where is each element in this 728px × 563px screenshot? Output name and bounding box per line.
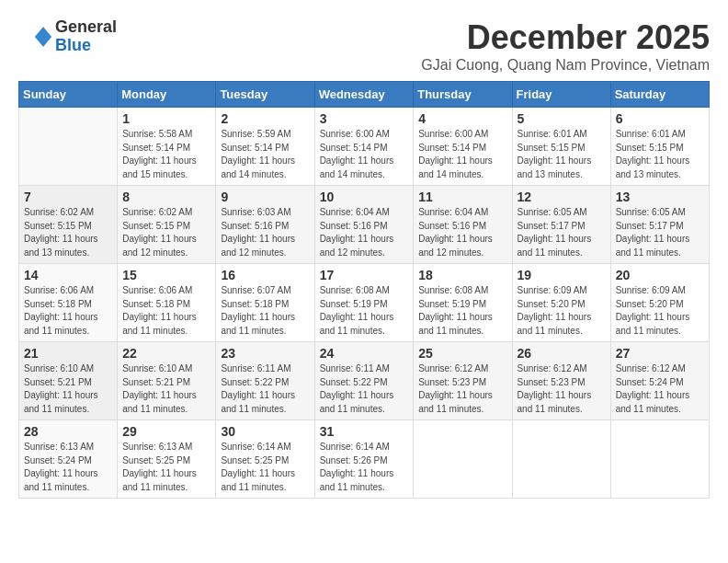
calendar-cell: 11Sunrise: 6:04 AM Sunset: 5:16 PM Dayli…	[414, 186, 512, 264]
calendar-cell: 29Sunrise: 6:13 AM Sunset: 5:25 PM Dayli…	[118, 420, 216, 499]
day-number: 3	[320, 111, 409, 126]
day-info: Sunrise: 6:06 AM Sunset: 5:18 PM Dayligh…	[122, 284, 210, 338]
day-number: 13	[616, 190, 704, 204]
day-info: Sunrise: 6:12 AM Sunset: 5:23 PM Dayligh…	[418, 362, 506, 416]
day-number: 24	[320, 346, 409, 361]
day-info: Sunrise: 6:04 AM Sunset: 5:16 PM Dayligh…	[320, 206, 409, 259]
day-info: Sunrise: 6:12 AM Sunset: 5:23 PM Dayligh…	[518, 362, 606, 416]
weekday-header-wednesday: Wednesday	[314, 82, 414, 108]
day-info: Sunrise: 6:11 AM Sunset: 5:22 PM Dayligh…	[320, 362, 409, 416]
calendar-cell: 18Sunrise: 6:08 AM Sunset: 5:19 PM Dayli…	[414, 264, 512, 342]
day-info: Sunrise: 6:05 AM Sunset: 5:17 PM Dayligh…	[616, 206, 704, 259]
day-number: 17	[320, 268, 409, 282]
day-number: 16	[221, 268, 309, 282]
day-number: 8	[122, 190, 210, 204]
day-info: Sunrise: 6:02 AM Sunset: 5:15 PM Dayligh…	[122, 206, 210, 259]
day-number: 12	[518, 190, 606, 204]
title-block: December 2025 GJai Cuong, Quang Nam Prov…	[421, 18, 710, 74]
calendar-cell	[414, 420, 512, 499]
calendar-cell: 15Sunrise: 6:06 AM Sunset: 5:18 PM Dayli…	[118, 264, 216, 342]
calendar-cell: 31Sunrise: 6:14 AM Sunset: 5:26 PM Dayli…	[314, 420, 414, 499]
logo-general-text: General	[55, 18, 117, 37]
logo-blue-text: Blue	[55, 37, 117, 55]
day-info: Sunrise: 5:59 AM Sunset: 5:14 PM Dayligh…	[221, 128, 309, 181]
day-number: 5	[518, 111, 606, 126]
calendar-cell: 6Sunrise: 6:01 AM Sunset: 5:15 PM Daylig…	[610, 108, 709, 186]
day-number: 7	[24, 190, 112, 204]
calendar-cell: 25Sunrise: 6:12 AM Sunset: 5:23 PM Dayli…	[414, 342, 512, 420]
calendar-cell: 16Sunrise: 6:07 AM Sunset: 5:18 PM Dayli…	[216, 264, 314, 342]
calendar-cell: 21Sunrise: 6:10 AM Sunset: 5:21 PM Dayli…	[19, 342, 118, 420]
week-row-1: 1Sunrise: 5:58 AM Sunset: 5:14 PM Daylig…	[19, 108, 710, 186]
week-row-2: 7Sunrise: 6:02 AM Sunset: 5:15 PM Daylig…	[19, 186, 710, 264]
day-info: Sunrise: 6:03 AM Sunset: 5:16 PM Dayligh…	[221, 206, 309, 259]
calendar-cell: 2Sunrise: 5:59 AM Sunset: 5:14 PM Daylig…	[216, 108, 314, 186]
day-number: 30	[221, 424, 309, 439]
day-number: 23	[221, 346, 309, 361]
day-info: Sunrise: 6:14 AM Sunset: 5:25 PM Dayligh…	[221, 441, 309, 494]
day-info: Sunrise: 6:06 AM Sunset: 5:18 PM Dayligh…	[24, 284, 112, 338]
weekday-header-thursday: Thursday	[414, 82, 512, 108]
day-number: 21	[24, 346, 112, 361]
day-number: 15	[122, 268, 210, 282]
day-number: 26	[518, 346, 606, 361]
weekday-header-row: SundayMondayTuesdayWednesdayThursdayFrid…	[19, 82, 710, 108]
calendar-cell: 12Sunrise: 6:05 AM Sunset: 5:17 PM Dayli…	[512, 186, 610, 264]
day-number: 18	[418, 268, 506, 282]
day-info: Sunrise: 6:11 AM Sunset: 5:22 PM Dayligh…	[221, 362, 309, 416]
day-info: Sunrise: 6:08 AM Sunset: 5:19 PM Dayligh…	[418, 284, 506, 338]
calendar-cell	[610, 420, 709, 499]
weekday-header-monday: Monday	[118, 82, 216, 108]
calendar-cell: 30Sunrise: 6:14 AM Sunset: 5:25 PM Dayli…	[216, 420, 314, 499]
logo-text: General Blue	[55, 18, 117, 55]
calendar-cell: 22Sunrise: 6:10 AM Sunset: 5:21 PM Dayli…	[118, 342, 216, 420]
calendar-cell: 13Sunrise: 6:05 AM Sunset: 5:17 PM Dayli…	[610, 186, 709, 264]
calendar-cell: 26Sunrise: 6:12 AM Sunset: 5:23 PM Dayli…	[512, 342, 610, 420]
day-info: Sunrise: 6:10 AM Sunset: 5:21 PM Dayligh…	[24, 362, 112, 416]
day-number: 10	[320, 190, 409, 204]
weekday-header-saturday: Saturday	[610, 82, 709, 108]
day-info: Sunrise: 6:14 AM Sunset: 5:26 PM Dayligh…	[320, 441, 409, 494]
weekday-header-sunday: Sunday	[19, 82, 118, 108]
day-info: Sunrise: 6:05 AM Sunset: 5:17 PM Dayligh…	[518, 206, 606, 259]
calendar-cell	[19, 108, 118, 186]
weekday-header-tuesday: Tuesday	[216, 82, 314, 108]
calendar-cell: 27Sunrise: 6:12 AM Sunset: 5:24 PM Dayli…	[610, 342, 709, 420]
day-info: Sunrise: 6:01 AM Sunset: 5:15 PM Dayligh…	[518, 128, 606, 181]
calendar-cell: 17Sunrise: 6:08 AM Sunset: 5:19 PM Dayli…	[314, 264, 414, 342]
day-number: 28	[24, 424, 112, 439]
day-number: 29	[122, 424, 210, 439]
calendar-cell: 4Sunrise: 6:00 AM Sunset: 5:14 PM Daylig…	[414, 108, 512, 186]
day-number: 19	[518, 268, 606, 282]
calendar-cell	[512, 420, 610, 499]
calendar-cell: 10Sunrise: 6:04 AM Sunset: 5:16 PM Dayli…	[314, 186, 414, 264]
calendar-table: SundayMondayTuesdayWednesdayThursdayFrid…	[18, 81, 710, 499]
day-number: 2	[221, 111, 309, 126]
page-header: General Blue December 2025 GJai Cuong, Q…	[18, 18, 710, 74]
day-info: Sunrise: 6:10 AM Sunset: 5:21 PM Dayligh…	[122, 362, 210, 416]
calendar-cell: 8Sunrise: 6:02 AM Sunset: 5:15 PM Daylig…	[118, 186, 216, 264]
calendar-cell: 20Sunrise: 6:09 AM Sunset: 5:20 PM Dayli…	[610, 264, 709, 342]
logo-icon	[18, 20, 51, 53]
day-info: Sunrise: 6:04 AM Sunset: 5:16 PM Dayligh…	[418, 206, 506, 259]
week-row-5: 28Sunrise: 6:13 AM Sunset: 5:24 PM Dayli…	[19, 420, 710, 499]
day-info: Sunrise: 6:02 AM Sunset: 5:15 PM Dayligh…	[24, 206, 112, 259]
calendar-cell: 28Sunrise: 6:13 AM Sunset: 5:24 PM Dayli…	[19, 420, 118, 499]
day-number: 1	[122, 111, 210, 126]
month-title: December 2025	[421, 18, 710, 57]
weekday-header-friday: Friday	[512, 82, 610, 108]
day-number: 11	[418, 190, 506, 204]
calendar-cell: 14Sunrise: 6:06 AM Sunset: 5:18 PM Dayli…	[19, 264, 118, 342]
day-number: 25	[418, 346, 506, 361]
day-number: 6	[616, 111, 704, 126]
week-row-4: 21Sunrise: 6:10 AM Sunset: 5:21 PM Dayli…	[19, 342, 710, 420]
calendar-cell: 9Sunrise: 6:03 AM Sunset: 5:16 PM Daylig…	[216, 186, 314, 264]
day-info: Sunrise: 6:07 AM Sunset: 5:18 PM Dayligh…	[221, 284, 309, 338]
svg-marker-1	[35, 27, 51, 47]
day-info: Sunrise: 5:58 AM Sunset: 5:14 PM Dayligh…	[122, 128, 210, 181]
calendar-cell: 7Sunrise: 6:02 AM Sunset: 5:15 PM Daylig…	[19, 186, 118, 264]
day-number: 14	[24, 268, 112, 282]
day-info: Sunrise: 6:13 AM Sunset: 5:24 PM Dayligh…	[24, 441, 112, 494]
day-number: 9	[221, 190, 309, 204]
day-info: Sunrise: 6:00 AM Sunset: 5:14 PM Dayligh…	[320, 128, 409, 181]
